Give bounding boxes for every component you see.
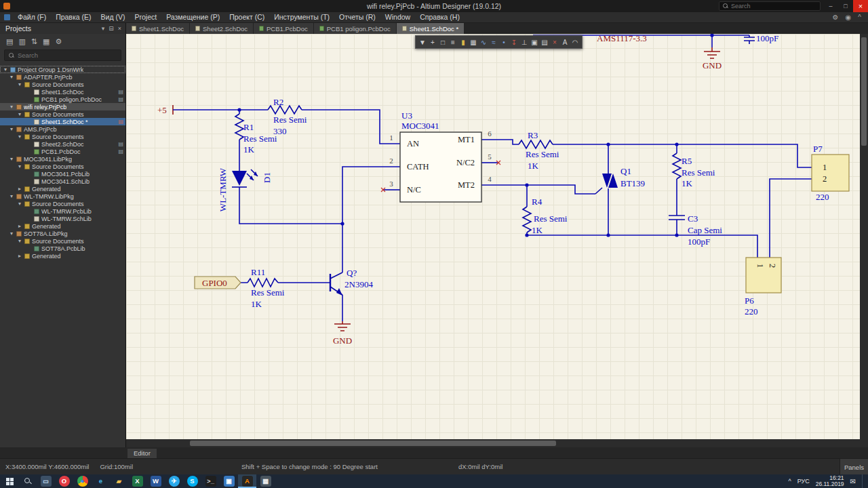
- resistor-r4[interactable]: R4 Res Semi 1K: [523, 197, 568, 235]
- tree-item[interactable]: WL-TMRW.LibPkg: [0, 192, 125, 200]
- user-icon[interactable]: ◉: [846, 14, 852, 21]
- menu-item[interactable]: Вид (V): [96, 12, 130, 22]
- gear-icon[interactable]: ⚙: [55, 37, 62, 46]
- svg-text:100pF[interactable]: 100pF: [688, 237, 710, 247]
- tree-item[interactable]: Generated: [0, 222, 125, 230]
- svg-text:1K[interactable]: 1K: [682, 178, 693, 188]
- save-icon[interactable]: ▤: [6, 37, 13, 46]
- close-icon[interactable]: ×: [118, 25, 121, 32]
- collapse-icon[interactable]: ^: [858, 14, 861, 21]
- vertical-scrollbar-thumb[interactable]: [861, 37, 867, 146]
- svg-text:Res Semi[interactable]: Res Semi: [534, 214, 568, 224]
- app-excel[interactable]: X: [128, 474, 146, 488]
- app-telegram[interactable]: ✈: [165, 474, 183, 488]
- select-icon[interactable]: □: [438, 37, 448, 47]
- tree-item[interactable]: SOT78A.LibPkg: [0, 230, 125, 237]
- ic-u3[interactable]: U3 MOC3041 AN CATH N/C MT1 N/C2 MT2 1 2 …: [389, 110, 492, 202]
- sync-icon[interactable]: ⇅: [31, 37, 37, 46]
- svg-text:Res Semi[interactable]: Res Semi: [526, 149, 559, 159]
- expand-arrow-icon[interactable]: [17, 134, 22, 140]
- schematic-canvas[interactable]: AMS1117-3.3 GND 100pF +5: [126, 34, 860, 439]
- horizontal-scrollbar[interactable]: [126, 439, 860, 447]
- resistor-r5[interactable]: R5 Res Semi 1K: [673, 153, 715, 188]
- svg-text:Res Semi[interactable]: Res Semi: [243, 134, 277, 144]
- schematic-sheet[interactable]: AMS1117-3.3 GND 100pF +5: [126, 34, 860, 439]
- expand-arrow-icon[interactable]: [17, 186, 22, 192]
- document-tab[interactable]: Sheet1.SchDoc: [126, 23, 190, 34]
- triac-q1[interactable]: Q1 BT139: [595, 166, 645, 194]
- expand-arrow-icon[interactable]: [9, 193, 14, 199]
- close-button[interactable]: ×: [853, 0, 868, 12]
- svg-text:1K[interactable]: 1K: [528, 161, 539, 171]
- language-indicator[interactable]: РУС: [797, 478, 810, 485]
- menu-item[interactable]: Инструменты (T): [269, 12, 334, 22]
- maximize-button[interactable]: □: [838, 0, 853, 12]
- document-tab[interactable]: Sheet1.SchDoc *: [397, 23, 465, 34]
- show-desktop-button[interactable]: [862, 474, 865, 488]
- minimize-button[interactable]: –: [823, 0, 838, 12]
- connector-p7[interactable]: P7 220 1 2: [812, 144, 849, 202]
- app-calculator[interactable]: ▦: [256, 474, 275, 488]
- svg-text:GPIO0[interactable]: GPIO0: [202, 278, 227, 288]
- tree-item[interactable]: Sheet1.SchDoc: [0, 88, 125, 96]
- app-explorer[interactable]: ▰: [110, 474, 128, 488]
- app-altium[interactable]: A: [238, 474, 256, 488]
- tree-item[interactable]: SOT78A.PcbLib: [0, 245, 125, 252]
- tree-item[interactable]: WL-TMRW.SchLib: [0, 215, 125, 222]
- gear-icon[interactable]: ⚙: [833, 14, 839, 21]
- board-icon[interactable]: ▥: [18, 37, 25, 46]
- expand-arrow-icon[interactable]: [17, 81, 22, 87]
- grid-icon[interactable]: ▦: [43, 37, 50, 46]
- tree-item[interactable]: Project Group 1.DsnWrk: [0, 66, 125, 73]
- tree-item[interactable]: Source Documents: [0, 133, 125, 140]
- arc-icon[interactable]: ◠: [570, 37, 580, 47]
- svg-text:R1[interactable]: R1: [243, 122, 254, 132]
- vertical-scrollbar[interactable]: [860, 34, 868, 439]
- expand-arrow-icon[interactable]: [17, 223, 22, 229]
- app-edge[interactable]: e: [92, 474, 110, 488]
- taskbar-search-button[interactable]: [19, 474, 37, 488]
- svg-text:GND[interactable]: GND: [333, 336, 352, 346]
- svg-text:P7[interactable]: P7: [813, 144, 823, 154]
- app-photos[interactable]: ▣: [220, 474, 238, 488]
- svg-text:1K[interactable]: 1K: [251, 299, 262, 309]
- panels-button[interactable]: Panels: [840, 459, 868, 475]
- no-erc-icon[interactable]: ×: [550, 37, 559, 47]
- expand-arrow-icon[interactable]: [17, 163, 22, 169]
- expand-arrow-icon[interactable]: [9, 74, 14, 80]
- power-icon[interactable]: ↧: [509, 37, 519, 47]
- resistor-r11[interactable]: R11 Res Semi 1K: [248, 267, 285, 309]
- resistor-r2[interactable]: R2 Res Semi 330: [268, 97, 307, 136]
- svg-text:1K[interactable]: 1K: [532, 225, 543, 235]
- svg-text:WL-TMRW[interactable]: WL-TMRW: [218, 167, 228, 211]
- expand-arrow-icon[interactable]: [17, 238, 22, 244]
- app-display[interactable]: ▭: [37, 474, 55, 488]
- svg-text:Res Semi[interactable]: Res Semi: [273, 115, 307, 125]
- expand-arrow-icon[interactable]: [17, 111, 22, 117]
- svg-text:C3[interactable]: C3: [688, 214, 698, 224]
- expand-arrow-icon[interactable]: [9, 230, 14, 237]
- svg-text:1K[interactable]: 1K: [243, 144, 255, 155]
- app-skype[interactable]: S: [183, 474, 201, 488]
- svg-text:R5[interactable]: R5: [682, 156, 692, 166]
- part-icon[interactable]: ▣: [530, 37, 539, 47]
- gpio0-port[interactable]: GPIO0: [195, 277, 241, 289]
- menu-item[interactable]: Правка (E): [51, 12, 96, 22]
- tree-item[interactable]: Sheet2.SchDoc: [0, 140, 125, 148]
- svg-text:D1[interactable]: D1: [262, 172, 272, 183]
- wire-icon[interactable]: ∿: [479, 37, 488, 47]
- global-search-input[interactable]: [731, 3, 816, 9]
- expand-arrow-icon[interactable]: [9, 104, 14, 110]
- start-button[interactable]: [0, 474, 19, 488]
- menu-item[interactable]: Window: [380, 12, 415, 22]
- expand-arrow-icon[interactable]: [9, 126, 14, 132]
- svg-text:R11[interactable]: R11: [251, 267, 265, 277]
- global-search[interactable]: [719, 1, 821, 11]
- align-icon[interactable]: ≡: [448, 37, 458, 47]
- connector-p6[interactable]: 1 2 P6 220: [745, 258, 781, 317]
- svg-text:220[interactable]: 220: [745, 306, 758, 317]
- action-center-icon[interactable]: ✉: [850, 478, 856, 485]
- menu-item[interactable]: Project: [130, 12, 161, 22]
- svg-text:R2[interactable]: R2: [273, 97, 283, 107]
- clock[interactable]: 16:21 26.11.2019: [816, 475, 844, 487]
